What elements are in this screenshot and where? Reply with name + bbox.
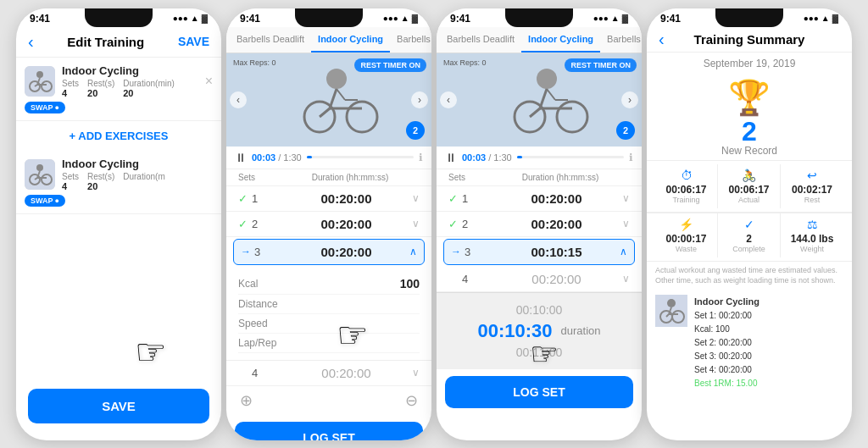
cycling-icon-2 <box>25 159 55 190</box>
set-duration-2-3: 00:20:00 <box>491 217 622 231</box>
chevron-4-2: ∨ <box>412 367 420 379</box>
timer-bar-2: ⏸ 00:03 / 1:30 ℹ <box>226 147 431 169</box>
p1-header: ‹ Edit Training SAVE <box>16 27 221 58</box>
remove-set-button-2[interactable]: ⊖ <box>405 391 418 410</box>
progress-bar-2 <box>307 156 414 158</box>
picker-above-3: 00:10:00 <box>516 301 563 318</box>
exercise-summary-name: Indoor Cycling <box>694 295 843 310</box>
set-num-4-3: 4 <box>462 273 491 285</box>
exercise-thumb-1 <box>25 66 55 97</box>
chevron-4-3: ∨ <box>622 273 630 285</box>
rest-value: 00:02:17 <box>792 184 832 196</box>
sets-header-2: Sets Duration (hh:mm:ss) <box>226 169 431 186</box>
cursor-hand-1: ☞ <box>135 331 167 373</box>
set-duration-2-2: 00:20:00 <box>281 217 412 231</box>
info-icon-2[interactable]: ℹ <box>419 152 423 163</box>
lap-row-2: Lap/Rep <box>238 334 420 353</box>
log-set-button-2[interactable]: LOG SET <box>235 422 423 440</box>
pause-button-2[interactable]: ⏸ <box>235 151 247 164</box>
next-exercise-3[interactable]: › <box>621 91 638 108</box>
swap-dot-icon: ● <box>55 103 59 112</box>
waste-value: 00:00:17 <box>665 233 706 245</box>
waste-label: Waste <box>676 245 697 253</box>
set-duration-1-2: 00:20:00 <box>281 191 412 206</box>
check-icon-1-2: ✓ <box>238 192 252 205</box>
set-number-badge-2: 2 <box>406 121 425 140</box>
swap-button-2[interactable]: SWAP ● <box>25 195 65 207</box>
picker-label-3: duration <box>561 324 601 337</box>
max-reps-badge-3: Max Reps: 0 <box>443 58 487 67</box>
back-button-4[interactable]: ‹ <box>659 30 665 49</box>
summary-title: Training Summary <box>694 32 805 47</box>
prev-exercise-2[interactable]: ‹ <box>230 91 247 108</box>
set-duration-4-3: 00:20:00 <box>491 272 622 286</box>
set-duration-3-3: 00:10:15 <box>493 245 620 259</box>
set-row-3-2[interactable]: → 3 00:20:00 ∧ <box>233 239 425 265</box>
save-header-button[interactable]: SAVE <box>178 35 209 48</box>
set-row-2-2[interactable]: ✓ 2 00:20:00 ∨ <box>226 212 431 237</box>
timer-text-2: 00:03 / 1:30 <box>252 152 302 163</box>
set-row-2-3[interactable]: ✓ 2 00:20:00 ∨ <box>437 212 642 237</box>
add-exercises-button[interactable]: + ADD EXERCISES <box>16 121 221 151</box>
set-num-4-2: 4 <box>252 367 281 379</box>
tab-barbells-squat-2[interactable]: Barbells Squat <box>390 27 431 53</box>
sets-meta-1: Sets 4 <box>62 79 79 98</box>
tab-indoor-cycling-3[interactable]: Indoor Cycling <box>521 27 600 53</box>
rest-timer-badge-3: REST TIMER ON <box>565 58 637 72</box>
set-row-1-3[interactable]: ✓ 1 00:20:00 ∨ <box>437 186 642 212</box>
set-num-1-3: 1 <box>462 192 491 205</box>
pause-button-3[interactable]: ⏸ <box>445 151 457 164</box>
info-icon-3[interactable]: ℹ <box>629 152 633 163</box>
exercise-info-1: Indoor Cycling Sets 4 Rest(s) 20 Duratio… <box>62 64 198 98</box>
distance-row-2: Distance <box>238 295 420 314</box>
picker-below-3: 00:11:00 <box>516 344 563 361</box>
timer-text-3: 00:03 / 1:30 <box>462 152 512 163</box>
wifi-icon-4: ▲ <box>821 14 830 23</box>
stat-waste: ⚡ 00:00:17 Waste <box>655 213 718 257</box>
chevron-3-2: ∧ <box>409 246 417 257</box>
next-exercise-2[interactable]: › <box>411 91 428 108</box>
tab-barbells-squat-3[interactable]: Barbells Squat <box>600 27 642 53</box>
prev-exercise-3[interactable]: ‹ <box>440 91 457 108</box>
signal-icon: ●●● <box>173 14 188 23</box>
chevron-1-3: ∨ <box>622 192 630 204</box>
chevron-1-2: ∨ <box>412 192 420 204</box>
tab-barbells-deadlift-2[interactable]: Barbells Deadlift <box>230 27 311 53</box>
wifi-icon-3: ▲ <box>611 14 620 23</box>
set-row-1-2[interactable]: ✓ 1 00:20:00 ∨ <box>226 186 431 212</box>
duration-meta-2: Duration(m <box>123 172 164 191</box>
exercise-set4: Set 4: 00:20:00 <box>694 363 843 377</box>
battery-icon-4: ▓ <box>832 14 838 23</box>
phone-1: 9:41 ●●● ▲ ▓ ‹ Edit Training SAVE <box>16 8 221 440</box>
signal-icon-3: ●●● <box>593 14 609 23</box>
back-button[interactable]: ‹ <box>28 32 34 52</box>
kcal-row-2: Kcal 100 <box>238 274 420 295</box>
close-exercise-1[interactable]: × <box>205 74 213 89</box>
swap-button-1[interactable]: SWAP ● <box>25 102 65 113</box>
set-row-3-3[interactable]: → 3 00:10:15 ∧ <box>443 239 635 265</box>
battery-icon: ▓ <box>202 14 208 23</box>
sets-meta-2: Sets 4 <box>62 172 79 191</box>
picker-selected-row-3: 00:10:30 duration <box>477 318 600 344</box>
p4-header: ‹ Training Summary <box>647 27 852 53</box>
add-set-button-2[interactable]: ⊕ <box>240 391 253 410</box>
weight-label: Weight <box>800 245 824 253</box>
time-picker-3[interactable]: 00:10:00 00:10:30 duration 00:11:00 <box>437 292 642 369</box>
training-label: Training <box>672 196 699 204</box>
log-set-button-3[interactable]: LOG SET <box>445 376 633 408</box>
complete-value: 2 <box>746 233 752 245</box>
actual-note: Actual workout ang wasted time are estim… <box>647 262 852 290</box>
svg-point-24 <box>537 69 557 89</box>
tab-barbells-deadlift-3[interactable]: Barbells Deadlift <box>440 27 521 53</box>
exercise-summary-thumb <box>655 295 687 327</box>
distance-label-2: Distance <box>238 298 278 310</box>
add-remove-row-2: ⊕ ⊖ <box>226 386 431 415</box>
set-row-4-3[interactable]: ✓ 4 00:20:00 ∨ <box>437 267 642 292</box>
save-footer-button[interactable]: SAVE <box>28 389 209 423</box>
rest-timer-badge-2: REST TIMER ON <box>354 58 426 72</box>
tab-indoor-cycling-2[interactable]: Indoor Cycling <box>311 27 390 53</box>
set-row-4-2[interactable]: ✓ 4 00:20:00 ∨ <box>226 361 431 386</box>
time-2: 9:41 <box>240 13 260 25</box>
arrow-icon-3-3: → <box>451 246 465 257</box>
training-icon: ⏱ <box>681 169 693 182</box>
